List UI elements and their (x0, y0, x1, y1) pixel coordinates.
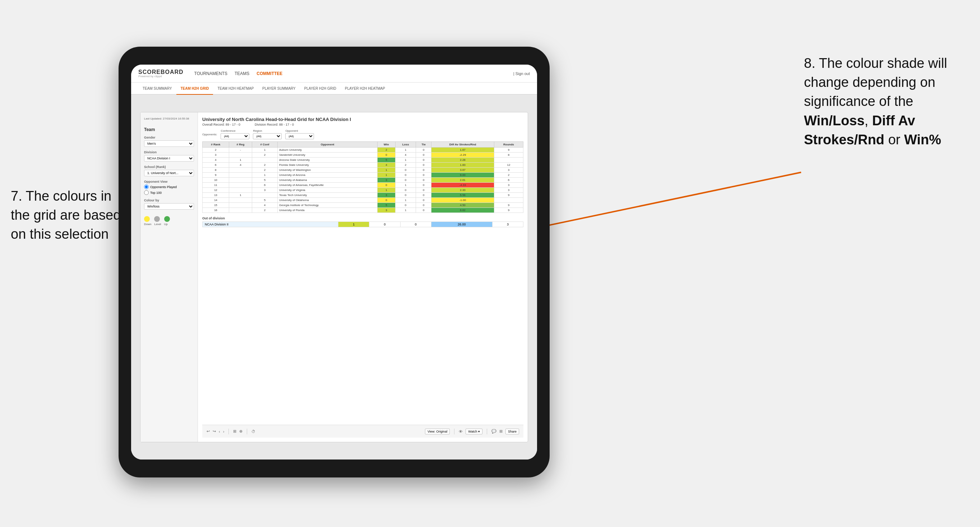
cell-rounds: 9 (494, 203, 523, 208)
cell-diff: 6.62 (431, 208, 494, 213)
cell-reg: 1 (229, 193, 252, 198)
cell-opponent: University of Arkansas, Fayetteville (277, 183, 377, 188)
back-icon[interactable]: ‹ (219, 429, 220, 434)
cell-rounds: 2 (494, 173, 523, 178)
nav-teams[interactable]: TEAMS (235, 70, 249, 78)
cell-tie: 0 (416, 208, 431, 213)
logo-title: SCOREBOARD (138, 69, 184, 75)
cell-diff: 2.28 (431, 157, 494, 163)
col-conf: # Conf (252, 142, 278, 148)
cell-opponent: University of Florida (277, 208, 377, 213)
svg-line-2 (510, 172, 801, 233)
radio-top-100[interactable]: Top 100 (144, 190, 194, 195)
cell-conf: 2 (252, 168, 278, 173)
cell-loss: 0 (395, 173, 416, 178)
cell-rounds: 8 (494, 152, 523, 157)
grid-title: University of North Carolina Head-to-Hea… (202, 117, 523, 122)
radio-opponents-played[interactable]: Opponents Played (144, 184, 194, 189)
table-row: 12 3 University of Virginia 1 0 0 2.33 3 (203, 188, 523, 193)
crop-icon[interactable]: ⊞ (233, 429, 236, 434)
cell-opponent: Florida State University (277, 163, 377, 168)
app-panel: Last Updated: 27/03/2024 16:55:38 Team G… (140, 112, 528, 442)
cell-tie: 0 (416, 193, 431, 198)
cell-rounds: 9 (494, 193, 523, 198)
annotation-left: 7. The colours in the grid are based on … (11, 187, 126, 244)
division-field: Division NCAA Division I (144, 151, 194, 162)
cell-diff: -2.29 (431, 152, 494, 157)
watch-button[interactable]: Watch ▾ (466, 429, 482, 434)
opponent-select[interactable]: (All) (285, 133, 314, 139)
cell-win: 5 (377, 157, 395, 163)
cell-reg: 1 (229, 157, 252, 163)
opponent-filter: Opponent (All) (285, 129, 314, 139)
tab-team-summary[interactable]: TEAM SUMMARY (138, 83, 177, 95)
tab-player-h2h-heatmap[interactable]: PLAYER H2H HEATMAP (340, 83, 390, 95)
table-row: 2 - 1 Auburn University 2 1 0 1.67 9 (203, 148, 523, 152)
toolbar-divider-1 (229, 429, 229, 434)
cell-opponent: Vanderbilt University (277, 152, 377, 157)
forward-icon[interactable]: › (223, 429, 224, 434)
redo-icon[interactable]: ↪ (213, 429, 216, 434)
overall-record: Overall Record: 89 - 17 - 0 (202, 123, 240, 126)
table-row: 8 2 University of Washington 1 0 0 3.67 … (203, 168, 523, 173)
tab-player-h2h-grid[interactable]: PLAYER H2H GRID (300, 83, 340, 95)
grid-icon[interactable]: ⊞ (500, 429, 503, 434)
nav-committee[interactable]: COMMITTEE (256, 70, 282, 78)
col-opponent: Opponent (277, 142, 377, 148)
cell-conf: 2 (252, 208, 278, 213)
tab-team-h2h-heatmap[interactable]: TEAM H2H HEATMAP (213, 83, 258, 95)
cell-rounds (494, 157, 523, 163)
down-color-dot (144, 216, 150, 222)
comment-icon[interactable]: 💬 (492, 429, 496, 434)
cell-diff: 9.00 (431, 173, 494, 178)
out-of-division-row: NCAA Division II 1 0 0 26.00 3 (203, 222, 523, 227)
cell-conf: 4 (252, 203, 278, 208)
region-select[interactable]: (All) (253, 133, 282, 139)
clock-icon[interactable]: ⏱ (251, 429, 255, 434)
cell-win: 4 (377, 163, 395, 168)
cell-rounds: 9 (494, 148, 523, 152)
share-button[interactable]: Share (506, 429, 519, 434)
zoom-icon[interactable]: ⊕ (239, 429, 242, 434)
cell-loss: 4 (395, 152, 416, 157)
undo-icon[interactable]: ↩ (207, 429, 210, 434)
cell-opponent: University of Arizona (277, 173, 377, 178)
conference-select[interactable]: (All) (221, 133, 249, 139)
ood-loss: 0 (369, 222, 400, 227)
cell-loss: 2 (395, 163, 416, 168)
down-label: Down (144, 222, 151, 226)
cell-rounds: 3 (494, 188, 523, 193)
nav-links: TOURNAMENTS TEAMS COMMITTEE (194, 70, 503, 78)
cell-rank: 11 (203, 183, 229, 188)
cell-conf: 3 (252, 188, 278, 193)
cell-win: 0 (377, 183, 395, 188)
up-label: Up (164, 222, 168, 226)
nav-tournaments[interactable]: TOURNAMENTS (194, 70, 228, 78)
cell-loss: 0 (395, 168, 416, 173)
cell-loss: 1 (395, 208, 416, 213)
division-select[interactable]: NCAA Division I (144, 155, 194, 162)
school-label: School (Rank) (144, 165, 194, 169)
cell-rounds: 3 (494, 183, 523, 188)
cell-diff: 2.33 (431, 188, 494, 193)
cell-diff: -1.00 (431, 198, 494, 203)
sidebar: Last Updated: 27/03/2024 16:55:38 Team G… (140, 113, 198, 442)
cell-opponent: Texas Tech University (277, 193, 377, 198)
gender-select[interactable]: Men's (144, 140, 194, 147)
school-select[interactable]: 1. University of Nort... (144, 170, 194, 176)
toolbar-divider-3 (454, 429, 455, 434)
top-nav: SCOREBOARD Powered by clippd TOURNAMENTS… (131, 65, 537, 83)
colour-by-select[interactable]: Win/loss (144, 203, 194, 210)
cell-diff: 3.67 (431, 168, 494, 173)
col-reg: # Reg (229, 142, 252, 148)
cell-diff: -4.33 (431, 183, 494, 188)
cell-loss: 1 (395, 148, 416, 152)
tab-player-summary[interactable]: PLAYER SUMMARY (258, 83, 300, 95)
sign-out-link[interactable]: | Sign out (513, 71, 530, 76)
view-original-button[interactable]: View: Original (425, 429, 450, 434)
cell-loss: 0 (395, 188, 416, 193)
tab-team-h2h-grid[interactable]: TEAM H2H GRID (177, 83, 213, 95)
cell-loss: 0 (395, 193, 416, 198)
bottom-toolbar: ↩ ↪ ‹ › ⊞ ⊕ ⏱ View: Original 👁 Watch ▾ (202, 425, 523, 438)
gender-field: Gender Men's (144, 136, 194, 147)
